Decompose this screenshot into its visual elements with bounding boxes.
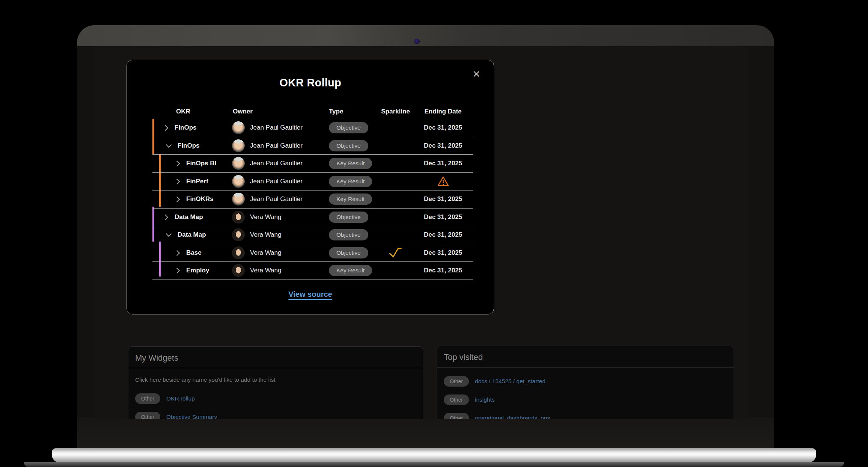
- widget-link[interactable]: Objective Summary: [166, 414, 217, 419]
- column-header-ending-date: Ending Date: [413, 108, 473, 115]
- type-badge: Objective: [329, 140, 368, 151]
- top-visited-panel: Top visited Other docs / 154525 / get_st…: [437, 346, 734, 419]
- visited-link[interactable]: insights: [475, 396, 495, 403]
- avatar-jean-paul-gaultier: [232, 193, 245, 206]
- table-row[interactable]: Base Vera Wang Objective Dec 31, 2025: [152, 244, 473, 262]
- owner-name: Vera Wang: [250, 249, 281, 257]
- type-badge: Key Result: [329, 265, 372, 276]
- okr-name: FinOps: [178, 142, 200, 150]
- owner-name: Jean Paul Gaultier: [250, 124, 303, 131]
- chevron-down-icon[interactable]: [166, 232, 172, 238]
- okr-name: Data Map: [178, 231, 206, 239]
- table-row[interactable]: FinOps Jean Paul Gaultier Objective Dec …: [152, 137, 473, 155]
- avatar-jean-paul-gaultier: [232, 121, 245, 134]
- type-badge: Objective: [329, 229, 368, 240]
- owner-name: Jean Paul Gaultier: [250, 142, 303, 150]
- laptop-screen: My Widgets Click here beside any name yo…: [94, 46, 748, 419]
- close-icon[interactable]: ×: [469, 65, 484, 82]
- list-item: Other operational_dashboards_ops: [444, 413, 734, 419]
- owner-name: Vera Wang: [250, 213, 281, 221]
- column-header-sparkline: Sparkline: [378, 108, 413, 115]
- owner-name: Vera Wang: [250, 231, 281, 239]
- visited-link[interactable]: docs / 154525 / get_started: [475, 378, 546, 385]
- ending-date: Dec 31, 2025: [424, 124, 462, 131]
- owner-name: Jean Paul Gaultier: [250, 160, 303, 167]
- ending-date: Dec 31, 2025: [424, 231, 462, 239]
- sparkline-trend-icon: [389, 247, 402, 258]
- list-item: Other docs / 154525 / get_started: [444, 376, 734, 387]
- list-item: Other OKR rollup: [135, 393, 423, 404]
- top-visited-title: Top visited: [437, 346, 734, 367]
- visited-link[interactable]: operational_dashboards_ops: [475, 415, 550, 419]
- other-tag-pill: Other: [444, 413, 469, 419]
- widget-link[interactable]: OKR rollup: [166, 395, 195, 402]
- type-badge: Objective: [329, 122, 368, 133]
- laptop-mockup-scene: My Widgets Click here beside any name yo…: [0, 0, 868, 467]
- type-badge: Objective: [329, 247, 368, 258]
- owner-name: Jean Paul Gaultier: [250, 178, 303, 185]
- chevron-right-icon[interactable]: [175, 196, 181, 202]
- list-item: Other insights: [444, 394, 734, 405]
- table-row[interactable]: Data Map Vera Wang Objective Dec 31, 202…: [152, 209, 473, 227]
- column-header-okr: OKR: [152, 108, 232, 115]
- laptop-base: [52, 448, 816, 463]
- table-row[interactable]: Data Map Vera Wang Objective Dec 31, 202…: [152, 226, 473, 244]
- table-header-row: OKR Owner Type Sparkline Ending Date: [152, 104, 473, 119]
- okr-name: Employ: [186, 267, 209, 274]
- view-source-link[interactable]: View source: [288, 290, 332, 298]
- type-badge: Key Result: [329, 158, 372, 169]
- my-widgets-panel: My Widgets Click here beside any name yo…: [128, 346, 423, 419]
- chevron-right-icon[interactable]: [163, 214, 169, 220]
- chevron-down-icon[interactable]: [166, 143, 172, 149]
- chevron-right-icon[interactable]: [175, 250, 181, 256]
- ending-date: Dec 31, 2025: [424, 195, 462, 203]
- top-visited-items: Other docs / 154525 / get_started Other …: [437, 376, 734, 419]
- other-tag-pill: Other: [135, 393, 160, 404]
- laptop-base-bottom: [24, 462, 844, 467]
- okr-table: OKR Owner Type Sparkline Ending Date Fin…: [152, 104, 473, 280]
- list-item: Other Objective Summary: [135, 411, 423, 419]
- ending-date: Dec 31, 2025: [424, 142, 462, 150]
- ending-date: Dec 31, 2025: [424, 213, 462, 221]
- okr-name: FinPerf: [186, 178, 208, 185]
- other-tag-pill: Other: [444, 376, 469, 387]
- ending-date: Dec 31, 2025: [424, 249, 462, 257]
- other-tag-pill: Other: [135, 412, 160, 419]
- chevron-right-icon[interactable]: [175, 160, 181, 166]
- type-badge: Key Result: [329, 176, 372, 187]
- modal-title: OKR Rollup: [127, 77, 494, 89]
- table-row[interactable]: FinOKRs Jean Paul Gaultier Key Result De…: [152, 190, 473, 209]
- my-widgets-title: My Widgets: [128, 347, 423, 368]
- okr-name: FinOps BI: [186, 160, 216, 167]
- my-widgets-items: Other OKR rollup Other Objective Summary: [128, 393, 423, 419]
- owner-name: Vera Wang: [250, 267, 281, 274]
- okr-name: FinOKRs: [186, 195, 214, 203]
- ending-date: Dec 31, 2025: [424, 160, 462, 167]
- view-source-wrap: View source: [127, 290, 494, 299]
- column-header-owner: Owner: [232, 108, 329, 115]
- ending-date: Dec 31, 2025: [424, 267, 462, 274]
- laptop-bezel: [77, 25, 774, 46]
- okr-name: Data Map: [175, 213, 203, 221]
- chevron-right-icon[interactable]: [163, 125, 169, 131]
- okr-name: FinOps: [175, 124, 197, 131]
- table-row[interactable]: FinPerf Jean Paul Gaultier Key Result: [152, 173, 473, 191]
- avatar-vera-wang: [232, 246, 245, 259]
- table-row[interactable]: FinOps Jean Paul Gaultier Objective Dec …: [152, 119, 473, 137]
- avatar-jean-paul-gaultier: [232, 139, 245, 152]
- table-body: FinOps Jean Paul Gaultier Objective Dec …: [152, 119, 473, 280]
- chevron-right-icon[interactable]: [175, 178, 181, 184]
- webcam: [414, 39, 420, 44]
- other-tag-pill: Other: [444, 394, 469, 405]
- okr-name: Base: [186, 249, 202, 257]
- laptop-hinge: [77, 417, 774, 449]
- owner-name: Jean Paul Gaultier: [250, 195, 303, 203]
- type-badge: Objective: [329, 212, 368, 223]
- chevron-right-icon[interactable]: [175, 268, 181, 274]
- avatar-jean-paul-gaultier: [232, 175, 245, 188]
- warning-icon: [437, 175, 449, 187]
- laptop-body: My Widgets Click here beside any name yo…: [77, 25, 774, 449]
- table-row[interactable]: FinOps BI Jean Paul Gaultier Key Result …: [152, 155, 473, 173]
- table-row[interactable]: Employ Vera Wang Key Result Dec 31, 2025: [152, 262, 473, 280]
- type-badge: Key Result: [329, 193, 372, 205]
